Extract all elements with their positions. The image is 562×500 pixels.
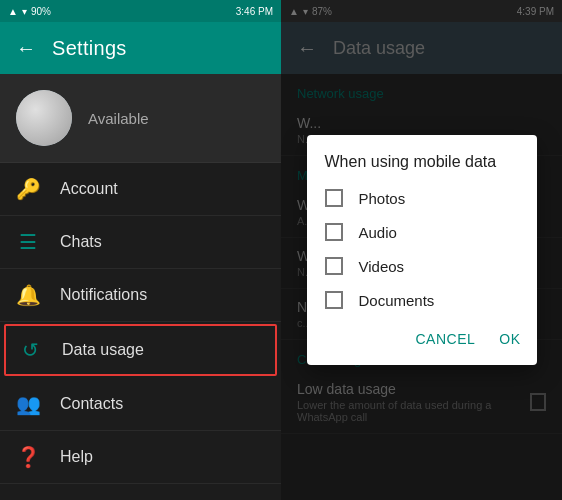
chats-icon: ☰ xyxy=(16,230,40,254)
dialog-option-documents[interactable]: Documents xyxy=(307,283,537,317)
back-button-left[interactable]: ← xyxy=(16,37,36,60)
dialog-title: When using mobile data xyxy=(307,135,537,181)
help-icon: ❓ xyxy=(16,445,40,469)
ok-button[interactable]: OK xyxy=(495,327,524,351)
sidebar-item-chats[interactable]: ☰ Chats xyxy=(0,216,281,269)
dialog-option-audio[interactable]: Audio xyxy=(307,215,537,249)
sidebar-label-contacts: Contacts xyxy=(60,395,123,413)
mobile-data-dialog: When using mobile data Photos Audio Vide… xyxy=(307,135,537,365)
sidebar-label-data-usage: Data usage xyxy=(62,341,144,359)
key-icon: 🔑 xyxy=(16,177,40,201)
status-bar-left: ▲ ▾ 90% 3:46 PM xyxy=(0,0,281,22)
sidebar-label-notifications: Notifications xyxy=(60,286,147,304)
photos-label: Photos xyxy=(359,190,406,207)
audio-label: Audio xyxy=(359,224,397,241)
videos-checkbox[interactable] xyxy=(325,257,343,275)
dialog-option-videos[interactable]: Videos xyxy=(307,249,537,283)
dialog-option-photos[interactable]: Photos xyxy=(307,181,537,215)
photos-checkbox[interactable] xyxy=(325,189,343,207)
profile-status: Available xyxy=(88,110,149,127)
page-title-left: Settings xyxy=(52,37,127,60)
videos-label: Videos xyxy=(359,258,405,275)
right-panel: ▲ ▾ 87% 4:39 PM ← Data usage Network usa… xyxy=(281,0,562,500)
sidebar-item-notifications[interactable]: 🔔 Notifications xyxy=(0,269,281,322)
sidebar-item-help[interactable]: ❓ Help xyxy=(0,431,281,484)
documents-checkbox[interactable] xyxy=(325,291,343,309)
avatar xyxy=(16,90,72,146)
contacts-icon: 👥 xyxy=(16,392,40,416)
left-panel: ▲ ▾ 90% 3:46 PM ← Settings Available 🔑 A… xyxy=(0,0,281,500)
sidebar-label-help: Help xyxy=(60,448,93,466)
time-left: 3:46 PM xyxy=(236,6,273,17)
dialog-overlay: When using mobile data Photos Audio Vide… xyxy=(281,0,562,500)
bell-icon: 🔔 xyxy=(16,283,40,307)
battery-left: 90% xyxy=(31,6,51,17)
data-usage-icon: ↺ xyxy=(18,338,42,362)
wifi-icon-left: ▾ xyxy=(22,6,27,17)
settings-list: 🔑 Account ☰ Chats 🔔 Notifications ↺ Data… xyxy=(0,163,281,500)
dialog-actions: CANCEL OK xyxy=(307,317,537,365)
signal-icon-left: ▲ xyxy=(8,6,18,17)
sidebar-item-contacts[interactable]: 👥 Contacts xyxy=(0,378,281,431)
audio-checkbox[interactable] xyxy=(325,223,343,241)
cancel-button[interactable]: CANCEL xyxy=(411,327,479,351)
header-left: ← Settings xyxy=(0,22,281,74)
sidebar-item-data-usage[interactable]: ↺ Data usage xyxy=(4,324,277,376)
sidebar-label-chats: Chats xyxy=(60,233,102,251)
documents-label: Documents xyxy=(359,292,435,309)
sidebar-label-account: Account xyxy=(60,180,118,198)
profile-section[interactable]: Available xyxy=(0,74,281,163)
sidebar-item-account[interactable]: 🔑 Account xyxy=(0,163,281,216)
